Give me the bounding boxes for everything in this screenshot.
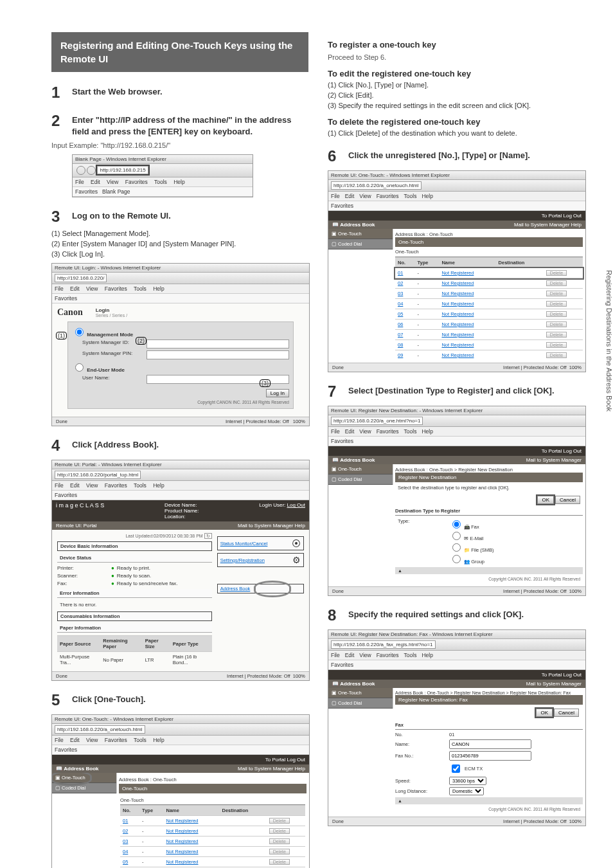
cancel-button[interactable]: Cancel (554, 709, 579, 717)
step-3: 3 Log on to the Remote UI. (51, 208, 308, 226)
cancel-button[interactable]: Cancel (555, 496, 580, 504)
screenshot-browser: Blank Page - Windows Internet Explorer h… (72, 154, 253, 197)
address-book-highlight (254, 581, 291, 597)
step-8: 8 Specify the required settings and clic… (328, 606, 585, 624)
brand-logo: Canon (57, 307, 83, 318)
callout-3: (3) (260, 379, 271, 387)
screenshot-step6: Remote UI: One-Touch: - Windows Internet… (328, 170, 586, 372)
login-button[interactable]: Log In (266, 389, 289, 397)
table-row: 04-Not RegisteredDelete (120, 847, 305, 857)
mgmt-mode-radio[interactable] (75, 328, 84, 336)
back-icon[interactable] (76, 166, 85, 175)
forward-icon[interactable] (87, 166, 96, 175)
address-book-link[interactable]: Address Book (220, 586, 251, 592)
nav-one-touch[interactable]: ▣ One-Touch (52, 773, 116, 783)
faxno-input[interactable] (449, 751, 531, 761)
page-title: Registering and Editing One-Touch Keys u… (51, 32, 308, 72)
screenshot-step8: Remote UI: Register New Destination: Fax… (328, 629, 586, 826)
step-6: 6 Click the unregistered [No.], [Type] o… (328, 147, 585, 165)
step-7: 7 Select [Destination Type to Register] … (328, 383, 585, 401)
delete-button[interactable]: Delete (269, 818, 290, 824)
edit-heading: To edit the registered one-touch key (328, 69, 585, 78)
screenshot-portal: Remote UI: Portal: - Windows Internet Ex… (51, 460, 310, 681)
side-tab: Registering Destinations in the Address … (603, 180, 613, 418)
type-file-radio[interactable] (452, 543, 461, 552)
long-distance-select[interactable]: Domestic (449, 787, 484, 795)
type-email-radio[interactable] (452, 532, 461, 540)
favorites-label[interactable]: Favorites (75, 188, 98, 195)
table-row: 02-Not RegisteredDelete (120, 826, 305, 836)
step-5: 5 Click [One-Touch]. (51, 691, 308, 709)
type-fax-radio[interactable] (452, 520, 461, 529)
menu-bar[interactable]: File Edit View Favorites Tools Help (73, 177, 253, 187)
table-row: 01-Not RegisteredDelete (120, 816, 305, 826)
table-row: 03-Not RegisteredDelete (120, 836, 305, 847)
onetouch-table: No.TypeNameDestination 01-Not Registered… (120, 805, 305, 868)
step-4: 4 Click [Address Book]. (51, 437, 308, 455)
address-bar[interactable]: http://192.168.0.215 (97, 166, 148, 174)
type-group-radio[interactable] (452, 555, 461, 563)
name-input[interactable] (449, 739, 531, 749)
callout-2: (2) (136, 337, 147, 345)
sys-pin-input[interactable] (147, 350, 289, 359)
register-heading: To register a one-touch key (328, 40, 585, 50)
screenshot-onetouch: Remote UI: One-Touch: - Windows Internet… (51, 714, 310, 868)
end-user-radio[interactable] (75, 363, 84, 372)
refresh-icon[interactable]: ↻ (204, 533, 212, 539)
ok-button[interactable]: OK (536, 709, 553, 717)
step-2: 2 Enter "http://IP address of the machin… (51, 112, 308, 138)
ok-button[interactable]: OK (537, 496, 554, 504)
delete-heading: To delete the registered one-touch key (328, 117, 585, 127)
input-example: Input Example: "http://192.168.0.215/" (51, 141, 308, 149)
step-1: 1 Start the Web browser. (51, 84, 308, 102)
screenshot-login: Remote UI: Login: - Windows Internet Exp… (51, 263, 310, 426)
sys-id-input[interactable] (147, 339, 289, 348)
table-row: 05-Not RegisteredDelete (120, 857, 305, 867)
speed-select[interactable]: 33600 bps (449, 777, 486, 785)
screenshot-step7: Remote UI: Register New Destination: - W… (328, 406, 586, 596)
callout-1: (1) (56, 332, 67, 339)
ecm-checkbox[interactable] (452, 764, 460, 773)
